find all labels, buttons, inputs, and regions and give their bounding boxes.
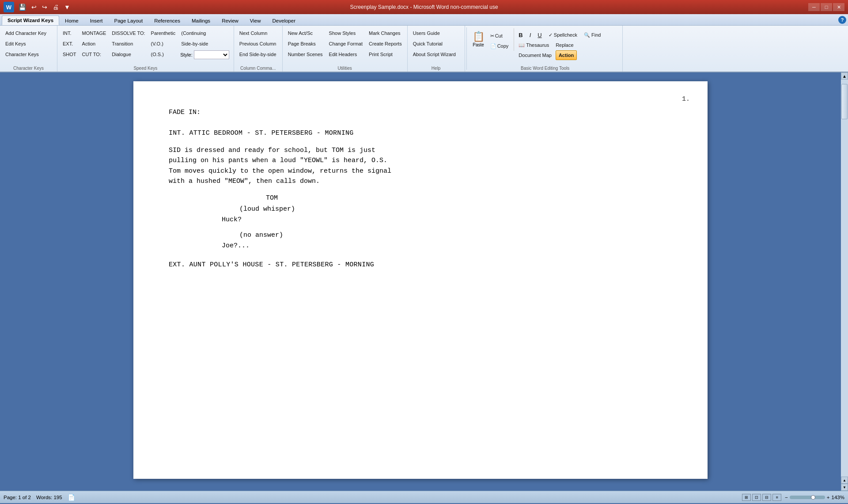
cut-to-button[interactable]: CUT TO: <box>80 49 109 59</box>
mark-changes-button[interactable]: Mark Changes <box>366 28 405 38</box>
scrollbar: ▲ ▲ ▼ <box>841 72 848 491</box>
replace-button[interactable]: Replace <box>553 40 576 50</box>
column-group-label: Column Comma... <box>234 66 282 71</box>
full-screen-button[interactable]: ⊡ <box>752 494 761 501</box>
transition-button[interactable]: Transition <box>109 39 148 49</box>
window-title: Screenplay Sample.docx - Microsoft Word … <box>350 4 498 10</box>
character-keys-group-label: Character Keys <box>0 66 57 71</box>
os-button[interactable]: (O.S.) <box>148 49 178 59</box>
edit-headers-button[interactable]: Edit Headers <box>326 49 365 59</box>
int-button[interactable]: INT. <box>60 28 79 38</box>
scene-heading-1: INT. ATTIC BEDROOM - ST. PETERSBERG - MO… <box>169 129 672 139</box>
scrollbar-down-up-button[interactable]: ▲ <box>841 477 848 484</box>
dissolve-to-button[interactable]: DISSOLVE TO: <box>109 28 148 38</box>
montage-button[interactable]: MONTAGE <box>80 28 109 38</box>
tab-developer[interactable]: Developer <box>267 15 301 25</box>
ext-button[interactable]: EXT. <box>60 39 79 49</box>
shot-button[interactable]: SHOT <box>60 49 79 59</box>
utilities-col3: Mark Changes Create Reports Print Script <box>366 28 405 59</box>
zoom-plus-button[interactable]: + <box>827 495 830 500</box>
scrollbar-thumb[interactable] <box>841 84 848 119</box>
action-button[interactable]: Action <box>80 39 109 49</box>
change-format-button[interactable]: Change Format <box>326 39 365 49</box>
maximize-button[interactable]: □ <box>821 3 832 11</box>
vo-button[interactable]: (V.O.) <box>148 39 178 49</box>
print-script-button[interactable]: Print Script <box>366 49 405 59</box>
outline-button[interactable]: ≡ <box>772 494 781 501</box>
zoom-slider[interactable] <box>790 496 825 499</box>
zoom-slider-thumb[interactable] <box>811 495 815 500</box>
view-buttons: ⊞ ⊡ ⊟ ≡ <box>742 494 781 501</box>
quick-tutorial-button[interactable]: Quick Tutorial <box>410 39 458 49</box>
character-keys-col: Add Character Key Edit Keys Character Ke… <box>3 28 49 59</box>
quick-print-icon[interactable]: 🖨 <box>51 3 61 11</box>
tab-home[interactable]: Home <box>59 15 84 25</box>
page-status: Page: 1 of 2 <box>4 495 31 500</box>
scrollbar-up-button[interactable]: ▲ <box>841 72 848 80</box>
spellcheck-button[interactable]: ✓ Spellcheck <box>546 30 580 40</box>
redo-icon[interactable]: ↪ <box>40 3 49 11</box>
save-icon[interactable]: 💾 <box>17 3 28 11</box>
style-dropdown[interactable] <box>194 50 229 59</box>
end-side-by-side-button[interactable]: End Side-by-side <box>237 49 279 59</box>
dialogue-button[interactable]: Dialogue <box>109 49 148 59</box>
zoom-minus-button[interactable]: − <box>785 495 788 500</box>
utilities-col2: Show Styles Change Format Edit Headers <box>326 28 365 59</box>
bold-button[interactable]: B <box>516 30 525 40</box>
clipboard-section: 📋 Paste ✂ Cut 📄 Copy <box>471 28 515 51</box>
users-guide-button[interactable]: Users Guide <box>410 28 458 38</box>
speed-keys-col1: INT. EXT. SHOT <box>60 28 79 59</box>
action-highlighted-button[interactable]: Action <box>556 50 577 60</box>
italic-button[interactable]: I <box>527 30 534 40</box>
tab-mailings[interactable]: Mailings <box>186 15 216 25</box>
speed-keys-col5: (Continuing Side-by-side Style: <box>178 28 231 60</box>
underline-button[interactable]: U <box>535 30 544 40</box>
character-keys-button[interactable]: Character Keys <box>3 49 49 59</box>
parenthetical-no-answer: (no answer) <box>239 231 672 241</box>
document-map-button[interactable]: Document Map <box>516 50 554 60</box>
tab-script-wizard-keys[interactable]: Script Wizard Keys <box>2 15 59 25</box>
web-layout-button[interactable]: ⊟ <box>762 494 771 501</box>
continuing-button[interactable]: (Continuing <box>178 28 231 38</box>
new-act-sc-button[interactable]: New Act/Sc <box>285 28 326 38</box>
document-page[interactable]: 1. FADE IN: INT. ATTIC BEDROOM - ST. PET… <box>133 81 708 479</box>
find-button[interactable]: 🔍 Find <box>581 30 603 40</box>
title-bar: W 💾 ↩ ↪ 🖨 ▼ Screenplay Sample.docx - Mic… <box>0 0 848 14</box>
show-styles-button[interactable]: Show Styles <box>326 28 365 38</box>
scrollbar-track[interactable] <box>841 80 848 477</box>
cut-copy-col: ✂ Cut 📄 Copy <box>488 30 511 51</box>
sidebyside-button[interactable]: Side-by-side <box>178 39 231 49</box>
dropdown-icon[interactable]: ▼ <box>62 3 72 11</box>
column-col: Next Column Previous Column End Side-by-… <box>237 28 279 59</box>
ribbon-group-speed-keys: INT. EXT. SHOT MONTAGE Action CUT TO: DI… <box>57 26 234 72</box>
cut-button[interactable]: ✂ Cut <box>488 31 511 41</box>
print-layout-button[interactable]: ⊞ <box>742 494 751 501</box>
help-button[interactable]: ? <box>838 16 846 24</box>
tab-references[interactable]: References <box>148 15 186 25</box>
tab-review[interactable]: Review <box>216 15 244 25</box>
tab-view[interactable]: View <box>244 15 267 25</box>
thesaurus-button[interactable]: 📖 Thesaurus <box>516 40 552 50</box>
next-column-button[interactable]: Next Column <box>237 28 279 38</box>
minimize-button[interactable]: ─ <box>808 3 820 11</box>
parenthetic-button[interactable]: Parenthetic <box>148 28 178 38</box>
scrollbar-down-down-button[interactable]: ▼ <box>841 484 848 491</box>
status-bar-right: ⊞ ⊡ ⊟ ≡ − + 143% <box>742 494 844 501</box>
add-character-key-button[interactable]: Add Character Key <box>3 28 49 38</box>
ribbon-group-basic-word: 📋 Paste ✂ Cut 📄 Copy B I U ✓ Spellcheck <box>468 26 623 72</box>
create-reports-button[interactable]: Create Reports <box>366 39 405 49</box>
number-scenes-button[interactable]: Number Scenes <box>285 49 326 59</box>
fade-in-text: FADE IN: <box>169 108 672 118</box>
tab-page-layout[interactable]: Page Layout <box>109 15 149 25</box>
undo-icon[interactable]: ↩ <box>30 3 38 11</box>
previous-column-button[interactable]: Previous Column <box>237 39 279 49</box>
document-view-icon[interactable]: 📄 <box>68 494 75 501</box>
format-section: B I U ✓ Spellcheck 🔍 Find 📖 Thesaurus Re… <box>516 28 603 60</box>
edit-keys-button[interactable]: Edit Keys <box>3 39 49 49</box>
copy-button[interactable]: 📄 Copy <box>488 41 511 51</box>
page-breaks-button[interactable]: Page Breaks <box>285 39 326 49</box>
tab-insert[interactable]: Insert <box>84 15 109 25</box>
close-button[interactable]: ✕ <box>833 3 844 11</box>
paste-button[interactable]: 📋 Paste <box>471 30 486 51</box>
about-script-wizard-button[interactable]: About Script Wizard <box>410 49 458 59</box>
